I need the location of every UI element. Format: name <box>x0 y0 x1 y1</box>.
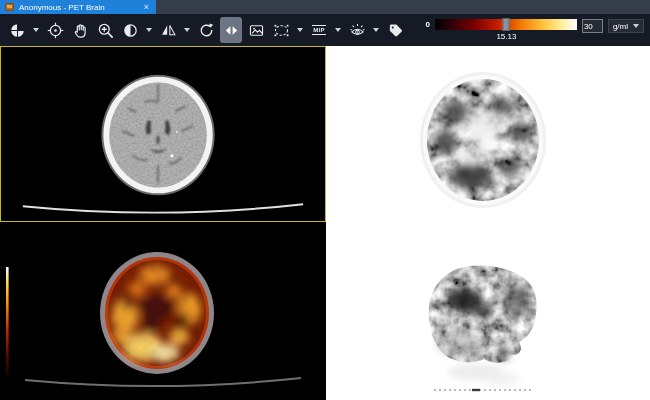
viewport-grid <box>0 46 650 400</box>
layout-quadrants-icon <box>9 22 26 39</box>
rotate-icon <box>198 22 215 39</box>
rotate-button[interactable] <box>195 17 217 43</box>
roi-ellipse-icon <box>273 22 290 39</box>
tab-title: Anonymous - PET Brain <box>19 3 105 12</box>
flip-icon <box>160 22 177 39</box>
colorbar-current-value: 15.13 <box>496 32 516 41</box>
window-level-button[interactable] <box>119 17 141 43</box>
mini-colorbar <box>6 267 9 375</box>
ct-axial-view[interactable] <box>0 46 326 222</box>
colorbar-slider-handle[interactable] <box>503 18 510 31</box>
chevron-down-icon[interactable] <box>335 28 341 32</box>
layout-button[interactable] <box>6 17 28 43</box>
fusion-axial-image <box>0 222 326 400</box>
tab-pet-brain[interactable]: Anonymous - PET Brain × <box>0 0 156 14</box>
pet-axial-image <box>326 46 650 222</box>
chevron-down-icon[interactable] <box>146 28 152 32</box>
colorbar-min-label: 0 <box>425 19 429 30</box>
toolbar: MIP 0 <box>0 14 650 46</box>
eye-settings-icon <box>349 22 366 39</box>
flip-button[interactable] <box>157 17 179 43</box>
fusion-axial-view[interactable] <box>0 222 326 400</box>
tag-icon <box>387 22 404 39</box>
chevron-down-icon[interactable] <box>373 28 379 32</box>
compare-arrows-icon <box>223 22 240 39</box>
chevron-down-icon <box>633 24 639 28</box>
tag-button[interactable] <box>384 17 406 43</box>
ct-axial-image <box>1 47 325 221</box>
mip-icon: MIP <box>312 25 326 35</box>
pet-sagittal-image <box>326 222 650 400</box>
colorbar: 15.13 <box>435 19 577 45</box>
crosshair-icon <box>47 22 64 39</box>
close-icon[interactable]: × <box>142 3 151 12</box>
magnifier-plus-icon <box>97 22 114 39</box>
chevron-down-icon[interactable] <box>184 28 190 32</box>
unit-dropdown[interactable]: g/ml <box>608 19 644 33</box>
max-value-input[interactable] <box>582 19 603 33</box>
crosshair-button[interactable] <box>44 17 66 43</box>
image-icon <box>248 22 265 39</box>
tab-bar: Anonymous - PET Brain × <box>0 0 650 14</box>
capture-button[interactable] <box>245 17 267 43</box>
contrast-icon <box>122 22 139 39</box>
study-icon <box>5 3 14 11</box>
chevron-down-icon[interactable] <box>297 28 303 32</box>
zoom-button[interactable] <box>94 17 116 43</box>
mip-button[interactable]: MIP <box>308 17 330 43</box>
pet-axial-view[interactable] <box>326 46 650 222</box>
colormap-controls: 0 15.13 g/ml <box>425 15 644 45</box>
compare-link-button[interactable] <box>220 17 242 43</box>
roi-ellipse-button[interactable] <box>270 17 292 43</box>
pan-button[interactable] <box>69 17 91 43</box>
pet-sagittal-view[interactable] <box>326 222 650 400</box>
hand-icon <box>72 22 89 39</box>
pet-viewer-window: Anonymous - PET Brain × <box>0 0 650 400</box>
display-settings-button[interactable] <box>346 17 368 43</box>
chevron-down-icon[interactable] <box>33 28 39 32</box>
unit-label: g/ml <box>613 22 628 31</box>
colorbar-gradient[interactable] <box>435 19 577 30</box>
